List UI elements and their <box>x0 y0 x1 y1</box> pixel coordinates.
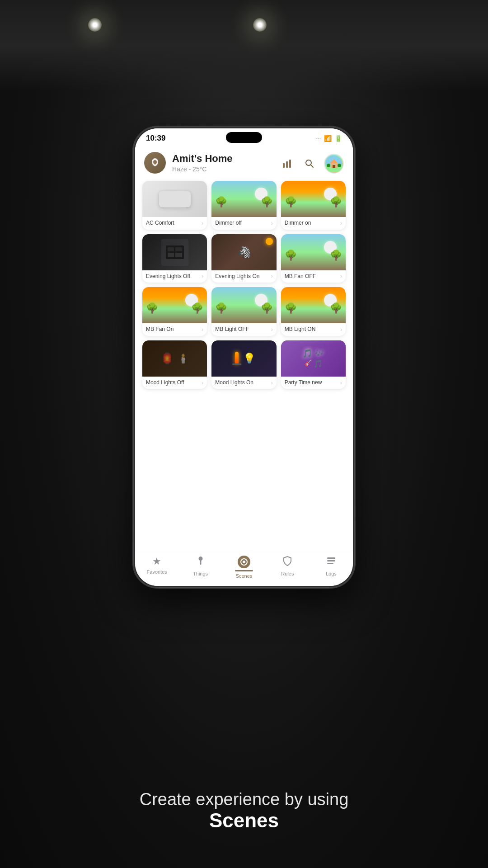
ac-comfort-chevron: › <box>202 220 203 226</box>
nav-scenes[interactable]: Scenes <box>222 554 266 580</box>
status-time: 10:39 <box>146 134 165 143</box>
nature-tree-warm-left <box>285 196 297 208</box>
bottom-text-line2: Scenes <box>0 809 488 832</box>
header-left: Amit's Home Haze - 25°C <box>144 152 233 174</box>
nav-label-scenes: Scenes <box>236 573 253 579</box>
bottom-nav: ★ Favorites Things <box>135 550 353 586</box>
stats-button[interactable] <box>279 156 295 172</box>
scene-thumb-mb-light-off <box>211 287 276 323</box>
mood-light-glow: 💡 <box>243 353 255 364</box>
scene-card-ac-comfort[interactable]: AC Comfort › <box>142 181 207 230</box>
svg-rect-15 <box>327 560 335 561</box>
nature-tree-warm-right <box>330 196 342 208</box>
nav-favorites[interactable]: ★ Favorites <box>135 554 178 580</box>
nav-rules[interactable]: Rules <box>266 554 309 580</box>
scene-card-mb-light-on[interactable]: MB Light ON › <box>281 287 346 336</box>
scene-label-party-time: Party Time new <box>285 379 322 387</box>
bottom-spacer <box>135 396 353 405</box>
wall-lights <box>232 352 241 365</box>
header-actions <box>279 152 344 174</box>
nav-label-logs: Logs <box>326 571 337 576</box>
scene-card-evening-lights-on[interactable]: 🦓 Evening Lights On › <box>211 234 276 283</box>
scene-card-mb-fan-off[interactable]: MB Fan OFF › <box>281 234 346 283</box>
scenes-underline <box>235 570 253 571</box>
scene-label-mb-light-on: MB Light ON <box>285 326 316 333</box>
scene-thumb-ac <box>142 181 207 217</box>
svg-point-3 <box>306 160 311 165</box>
scene-thumb-mb-light-on <box>281 287 346 323</box>
signal-dots: ··· <box>315 135 321 142</box>
lamp-off-icon: 🏮 <box>160 352 174 365</box>
svg-rect-11 <box>200 562 201 565</box>
scene-label-mb-fan-off: MB Fan OFF <box>285 273 316 280</box>
app-header: Amit's Home Haze - 25°C <box>135 145 353 177</box>
svg-point-13 <box>243 561 245 563</box>
home-avatar[interactable] <box>324 154 344 174</box>
scene-label-evening-lights-off: Evening Lights Off <box>146 273 190 280</box>
dark-room-visual <box>161 239 188 266</box>
scene-label-mood-lights-on: Mood Lights On <box>215 379 253 387</box>
scene-card-mood-lights-off[interactable]: 🏮 🕯️ Mood Lights Off › <box>142 340 207 389</box>
scene-thumb-mb-fan-on <box>142 287 207 323</box>
dynamic-island <box>226 132 262 143</box>
lamp-off-icon2: 🕯️ <box>178 353 189 364</box>
scene-thumb-party: 🎵 🎶 🎸 🎵 <box>281 340 346 377</box>
party-icons: 🎵 🎶 🎸 🎵 <box>281 340 346 377</box>
svg-point-9 <box>327 164 330 167</box>
home-title: Amit's Home <box>172 153 233 165</box>
ac-unit-icon <box>159 191 191 207</box>
nav-label-rules: Rules <box>281 571 294 576</box>
battery-icon: 🔋 <box>334 135 342 142</box>
scene-thumb-dimmer-on <box>281 181 346 217</box>
scene-card-dimmer-on[interactable]: Dimmer on › <box>281 181 346 230</box>
scene-card-dimmer-off[interactable]: Dimmer off › <box>211 181 276 230</box>
scene-card-mood-lights-on[interactable]: 💡 Mood Lights On › <box>211 340 276 389</box>
app-content: Amit's Home Haze - 25°C <box>135 145 353 550</box>
scene-label-dimmer-off: Dimmer off <box>215 220 241 227</box>
scene-thumb-mb-fan-off <box>281 234 346 270</box>
things-icon <box>195 556 206 569</box>
scene-thumb-dimmer-off <box>211 181 276 217</box>
scenes-icon <box>238 556 250 568</box>
scene-thumb-evening-off <box>142 234 207 270</box>
nav-label-favorites: Favorites <box>147 569 167 575</box>
scene-card-mb-light-off[interactable]: MB Light OFF › <box>211 287 276 336</box>
scene-label-mb-fan-on: MB Fan On <box>146 326 174 333</box>
nav-things[interactable]: Things <box>178 554 222 580</box>
scene-label-evening-lights-on: Evening Lights On <box>215 273 259 280</box>
svg-rect-8 <box>333 165 335 168</box>
scene-thumb-mood-on: 💡 <box>211 340 276 377</box>
svg-rect-2 <box>289 160 291 168</box>
zebra-icon: 🦓 <box>237 246 251 259</box>
bottom-text-line1: Create experience by using <box>0 790 488 809</box>
scene-card-party-time[interactable]: 🎵 🎶 🎸 🎵 Party Time new <box>281 340 346 389</box>
wifi-icon: 📶 <box>324 135 332 142</box>
svg-rect-1 <box>286 161 288 168</box>
weather-text: Haze - 25°C <box>172 165 233 173</box>
bottom-text-section: Create experience by using Scenes <box>0 790 488 832</box>
ceiling-light-left <box>88 18 102 32</box>
nature-tree-right <box>261 196 273 208</box>
nav-logs[interactable]: Logs <box>310 554 353 580</box>
scene-label-mood-lights-off: Mood Lights Off <box>146 379 184 387</box>
ceiling-light-right <box>253 18 267 32</box>
svg-rect-16 <box>327 563 333 564</box>
lamp-glow <box>266 238 273 245</box>
svg-rect-0 <box>283 163 285 168</box>
scene-thumb-mood-off: 🏮 🕯️ <box>142 340 207 377</box>
scenes-grid: AC Comfort › Dimmer off › <box>135 177 353 396</box>
search-button[interactable] <box>301 156 318 172</box>
app-logo <box>144 152 166 174</box>
nature-tree-left <box>215 196 227 208</box>
scene-label-ac-comfort: AC Comfort <box>146 220 174 227</box>
scene-card-evening-lights-off[interactable]: Evening Lights Off › <box>142 234 207 283</box>
scene-thumb-evening-on: 🦓 <box>211 234 276 270</box>
phone-frame: 10:39 ··· 📶 🔋 <box>133 127 355 588</box>
scene-card-mb-fan-on[interactable]: MB Fan On › <box>142 287 207 336</box>
status-icons: ··· 📶 🔋 <box>315 135 342 142</box>
favorites-icon: ★ <box>152 556 161 567</box>
rules-icon <box>282 556 293 569</box>
svg-rect-14 <box>327 557 335 559</box>
nav-label-things: Things <box>193 571 208 576</box>
scene-label-dimmer-on: Dimmer on <box>285 220 311 227</box>
